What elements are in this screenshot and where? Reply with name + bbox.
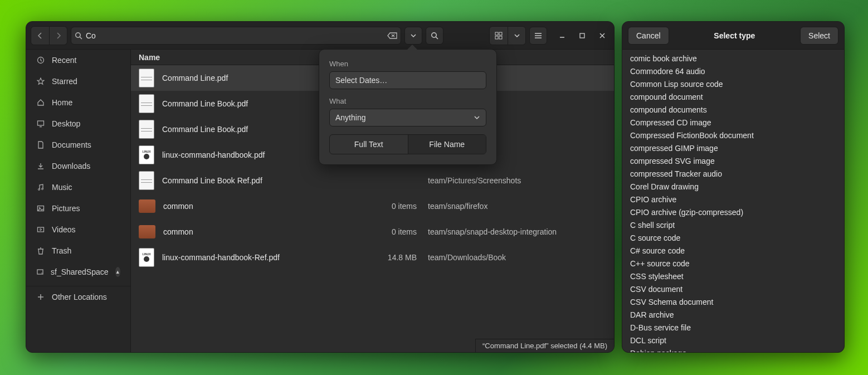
type-item[interactable]: CPIO archive (gzip-compressed) (622, 206, 844, 218)
type-item[interactable]: Compressed FictionBook document (622, 129, 844, 142)
sidebar-item-desktop[interactable]: Desktop (26, 113, 130, 134)
svg-point-21 (42, 188, 43, 190)
sidebar-item-documents[interactable]: Documents (26, 134, 130, 155)
sidebar-item-home[interactable]: Home (26, 92, 130, 113)
sidebar-item-label: Documents (52, 140, 91, 149)
type-item[interactable]: CSV document (622, 283, 844, 295)
file-row[interactable]: LINUXlinux-command-handbook-Ref.pdf14.8 … (131, 245, 614, 270)
sidebar-item-label: Trash (52, 246, 71, 255)
fulltext-toggle[interactable]: Full Text (330, 135, 408, 154)
chevron-left-icon (37, 32, 43, 39)
star-icon (36, 77, 45, 85)
grid-view-button[interactable] (490, 27, 508, 45)
sidebar-item-label: Desktop (52, 119, 80, 128)
cancel-button[interactable]: Cancel (628, 27, 669, 45)
type-item[interactable]: DAR archive (622, 308, 844, 321)
type-item[interactable]: Common Lisp source code (622, 77, 844, 90)
sidebar-item-label: Pictures (52, 204, 80, 213)
file-size: 14.8 MB (361, 253, 428, 262)
view-options-button[interactable] (508, 27, 525, 45)
file-row[interactable]: common0 itemsteam/snap/firefox (131, 193, 614, 219)
clear-icon[interactable] (387, 32, 397, 40)
maximize-button[interactable] (575, 28, 589, 43)
file-size: 0 items (361, 202, 428, 211)
type-item[interactable]: DCL script (622, 334, 844, 347)
eject-button[interactable]: ▲ (115, 267, 120, 277)
sidebar-item-label: Downloads (52, 162, 90, 171)
minimize-button[interactable] (555, 28, 569, 43)
type-item[interactable]: C shell script (622, 218, 844, 231)
sidebar-item-videos[interactable]: Videos (26, 219, 130, 240)
type-selector-value: Anything (335, 113, 365, 122)
popover-what-label: What (329, 97, 486, 105)
select-button[interactable]: Select (800, 27, 838, 45)
search-field[interactable] (71, 27, 401, 45)
search-input[interactable] (86, 31, 384, 40)
chevron-right-icon (55, 32, 62, 39)
svg-point-4 (432, 32, 436, 37)
type-item[interactable]: C source code (622, 231, 844, 244)
type-item[interactable]: compound document (622, 90, 844, 103)
svg-line-5 (436, 37, 438, 39)
type-item[interactable]: CSS stylesheet (622, 270, 844, 283)
type-item[interactable]: D-Bus service file (622, 321, 844, 334)
type-item[interactable]: CSV Schema document (622, 295, 844, 308)
file-name: linux-command-handbook-Ref.pdf (162, 253, 361, 262)
date-selector[interactable]: Select Dates… (329, 71, 486, 89)
clock-icon (36, 56, 45, 64)
svg-rect-14 (580, 33, 584, 38)
file-row[interactable]: common0 itemsteam/snap/snapd-desktop-int… (131, 219, 614, 245)
sidebar-item-music[interactable]: Music (26, 177, 130, 198)
sidebar-item-trash[interactable]: Trash (26, 240, 130, 261)
type-selector[interactable]: Anything (329, 109, 486, 126)
type-item[interactable]: compound documents (622, 103, 844, 116)
type-list[interactable]: comic book archiveCommodore 64 audioComm… (622, 50, 844, 352)
type-item[interactable]: C++ source code (622, 257, 844, 270)
svg-rect-18 (38, 121, 44, 125)
sidebar-item-downloads[interactable]: Downloads (26, 155, 130, 177)
sidebar-item-starred[interactable]: Starred (26, 71, 130, 92)
forward-button[interactable] (49, 27, 67, 45)
svg-rect-9 (499, 36, 502, 39)
file-size: 0 items (361, 227, 428, 236)
sidebar-item-sf-sharedspace[interactable]: sf_SharedSpace▲ (26, 261, 130, 283)
sidebar-item-label: Recent (52, 56, 76, 65)
file-name: common (163, 202, 361, 211)
file-location: team/Pictures/Screenshots (428, 176, 606, 185)
hamburger-menu-button[interactable] (529, 27, 547, 45)
search-options-dropdown[interactable] (404, 27, 422, 45)
back-button[interactable] (31, 27, 49, 45)
disk-icon (36, 268, 44, 276)
dialog-title: Select type (714, 31, 755, 40)
headerbar (26, 22, 614, 50)
type-item[interactable]: Corel Draw drawing (622, 180, 844, 193)
type-item[interactable]: C# source code (622, 244, 844, 257)
file-location: team/snap/firefox (428, 202, 606, 211)
folder-icon (139, 225, 155, 238)
sidebar-item-label: Home (52, 98, 72, 107)
type-item[interactable]: comic book archive (622, 52, 844, 65)
type-item[interactable]: Debian package (622, 347, 844, 352)
doc-icon (36, 141, 45, 149)
type-item[interactable]: compressed GIMP image (622, 142, 844, 154)
hamburger-icon (534, 32, 542, 39)
file-row[interactable]: Command Line Book Ref.pdfteam/Pictures/S… (131, 168, 614, 193)
svg-line-1 (80, 37, 82, 39)
sidebar-item-other-locations[interactable]: Other Locations (26, 286, 130, 307)
trash-icon (36, 247, 45, 255)
filename-toggle[interactable]: File Name (408, 135, 486, 154)
sidebar-item-recent[interactable]: Recent (26, 50, 130, 71)
sidebar-item-pictures[interactable]: Pictures (26, 198, 130, 219)
select-type-header: Cancel Select type Select (622, 22, 844, 50)
sidebar-item-label: sf_SharedSpace (51, 267, 109, 276)
type-item[interactable]: compressed SVG image (622, 154, 844, 167)
minimize-icon (559, 32, 565, 39)
folder-icon (139, 199, 155, 213)
type-item[interactable]: Compressed CD image (622, 116, 844, 129)
type-item[interactable]: Commodore 64 audio (622, 65, 844, 77)
type-item[interactable]: compressed Tracker audio (622, 167, 844, 180)
close-icon (599, 32, 606, 39)
type-item[interactable]: CPIO archive (622, 193, 844, 206)
search-button[interactable] (426, 27, 443, 45)
close-button[interactable] (595, 28, 609, 43)
